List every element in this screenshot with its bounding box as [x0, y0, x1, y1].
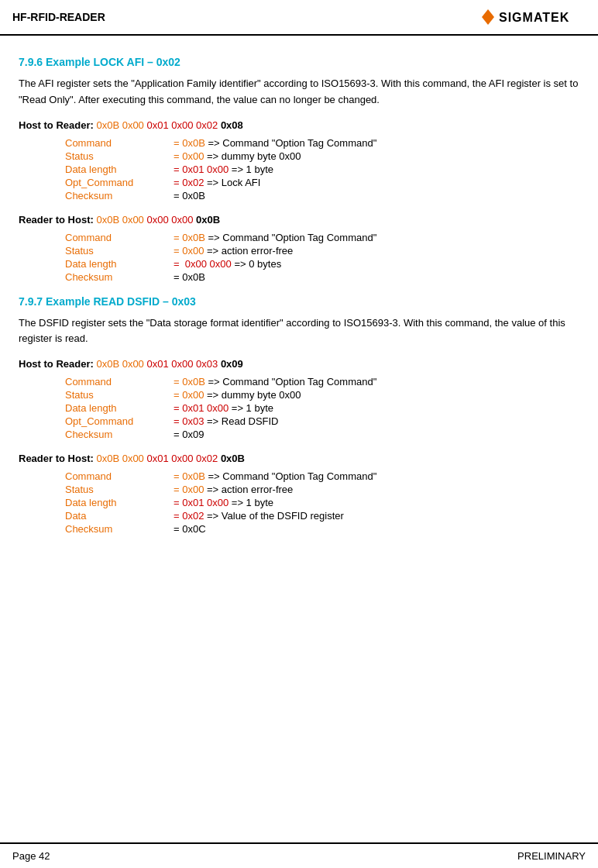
rth-checksum-name: Checksum: [65, 271, 174, 283]
rth2-datalength-value: = 0x01 0x00 => 1 byte: [174, 497, 579, 508]
field-checksum-value: = 0x0B: [174, 190, 579, 202]
svg-text:SIGMATEK: SIGMATEK: [499, 11, 569, 24]
host-to-reader-796-label: Host to Reader: 0x0B 0x00 0x01 0x00 0x02…: [19, 119, 579, 131]
reader-to-host-796-fields: Command = 0x0B => Command "Option Tag Co…: [65, 232, 579, 283]
rth2-data-value: = 0x02 => Value of the DSFID register: [174, 510, 579, 522]
logo: SIGMATEK: [477, 6, 586, 28]
rth2-status-name: Status: [65, 484, 174, 495]
htr2-status-name: Status: [65, 389, 174, 401]
reader-to-host-796-label: Reader to Host: 0x0B 0x00 0x00 0x00 0x0B: [19, 214, 579, 226]
page-footer: Page 42 PRELIMINARY: [0, 842, 598, 868]
rth2-checksum-name: Checksum: [65, 523, 174, 535]
field-datalength-value: = 0x01 0x00 => 1 byte: [174, 164, 579, 175]
section-797-heading: 7.9.7 Example READ DSFID – 0x03: [19, 295, 579, 308]
section-797: 7.9.7 Example READ DSFID – 0x03 The DSFI…: [19, 295, 579, 536]
host-to-reader-797-fields: Command = 0x0B => Command "Option Tag Co…: [65, 376, 579, 440]
rth2-command-name: Command: [65, 470, 174, 482]
htr2-command-value: = 0x0B => Command "Option Tag Command": [174, 376, 579, 388]
section-796: 7.9.6 Example LOCK AFI – 0x02 The AFI re…: [19, 56, 579, 283]
field-status-value: = 0x00 => dummy byte 0x00: [174, 150, 579, 162]
rth-status-name: Status: [65, 245, 174, 257]
page-status: PRELIMINARY: [517, 850, 586, 862]
section-796-body: The AFI register sets the "Application F…: [19, 76, 579, 108]
htr2-checksum-value: = 0x09: [174, 429, 579, 440]
rth2-command-value: = 0x0B => Command "Option Tag Command": [174, 470, 579, 482]
field-command-value: = 0x0B => Command "Option Tag Command": [174, 137, 579, 149]
reader-to-host-796: Reader to Host: 0x0B 0x00 0x00 0x00 0x0B…: [19, 214, 579, 283]
reader-to-host-797-label: Reader to Host: 0x0B 0x00 0x01 0x00 0x02…: [19, 453, 579, 464]
htr2-command-name: Command: [65, 376, 174, 388]
rth2-checksum-value: = 0x0C: [174, 523, 579, 535]
host-to-reader-796-fields: Command = 0x0B => Command "Option Tag Co…: [65, 137, 579, 202]
field-optcmd-value: = 0x02 => Lock AFI: [174, 177, 579, 188]
rth-command-name: Command: [65, 232, 174, 243]
reader-to-host-797-fields: Command = 0x0B => Command "Option Tag Co…: [65, 470, 579, 535]
svg-marker-0: [482, 9, 494, 25]
sigmatek-logo: SIGMATEK: [477, 6, 586, 28]
page-header: HF-RFID-READER SIGMATEK: [0, 0, 598, 36]
page-number: Page 42: [12, 850, 50, 862]
rth-command-value: = 0x0B => Command "Option Tag Command": [174, 232, 579, 243]
rth-checksum-value: = 0x0B: [174, 271, 579, 283]
field-optcmd-name: Opt_Command: [65, 177, 174, 188]
htr2-datalength-value: = 0x01 0x00 => 1 byte: [174, 402, 579, 414]
htr2-status-value: = 0x00 => dummy byte 0x00: [174, 389, 579, 401]
main-content: 7.9.6 Example LOCK AFI – 0x02 The AFI re…: [0, 36, 598, 560]
header-title: HF-RFID-READER: [12, 11, 105, 23]
rth2-data-name: Data: [65, 510, 174, 522]
rth2-status-value: = 0x00 => action error-free: [174, 484, 579, 495]
section-796-heading: 7.9.6 Example LOCK AFI – 0x02: [19, 56, 579, 68]
htr2-optcmd-value: = 0x03 => Read DSFID: [174, 415, 579, 427]
host-to-reader-797-label: Host to Reader: 0x0B 0x00 0x01 0x00 0x03…: [19, 358, 579, 370]
htr2-datalength-name: Data length: [65, 402, 174, 414]
field-datalength-name: Data length: [65, 164, 174, 175]
host-to-reader-796: Host to Reader: 0x0B 0x00 0x01 0x00 0x02…: [19, 119, 579, 202]
htr2-optcmd-name: Opt_Command: [65, 415, 174, 427]
field-command-name: Command: [65, 137, 174, 149]
section-797-body: The DSFID register sets the "Data storag…: [19, 315, 579, 348]
rth-datalength-value: = 0x00 0x00 => 0 bytes: [174, 258, 579, 270]
htr2-checksum-name: Checksum: [65, 429, 174, 440]
rth2-datalength-name: Data length: [65, 497, 174, 508]
field-checksum-name: Checksum: [65, 190, 174, 202]
reader-to-host-797: Reader to Host: 0x0B 0x00 0x01 0x00 0x02…: [19, 453, 579, 535]
field-status-name: Status: [65, 150, 174, 162]
rth-datalength-name: Data length: [65, 258, 174, 270]
rth-status-value: = 0x00 => action error-free: [174, 245, 579, 257]
host-to-reader-797: Host to Reader: 0x0B 0x00 0x01 0x00 0x03…: [19, 358, 579, 440]
